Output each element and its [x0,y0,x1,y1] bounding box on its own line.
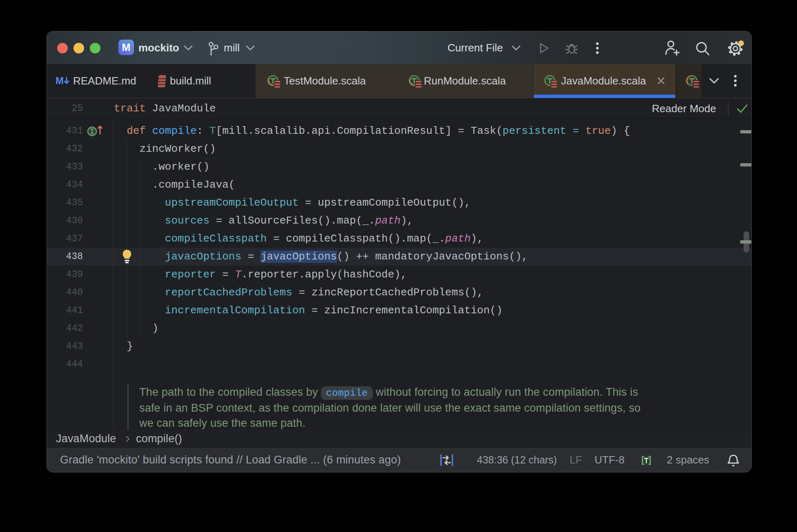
svg-text:M: M [56,75,64,86]
